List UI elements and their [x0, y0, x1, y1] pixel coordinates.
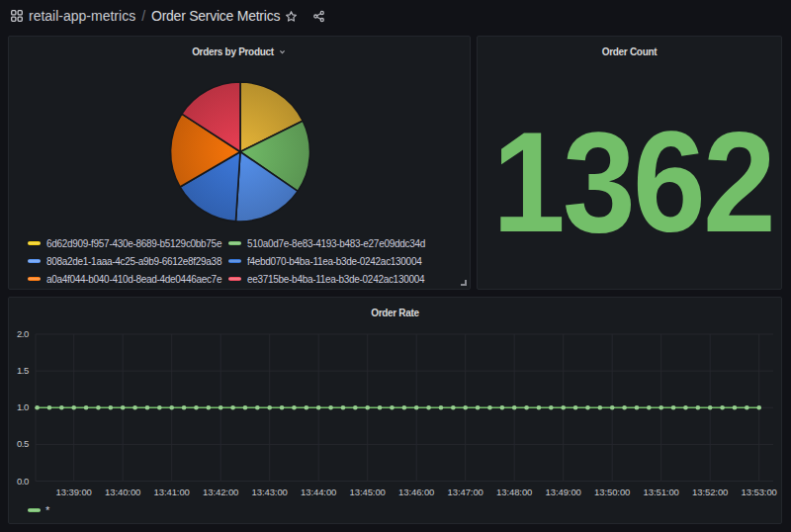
timeseries-chart: 0.00.51.01.52.013:39:0013:40:0013:41:001…	[9, 298, 781, 523]
panel-resize-handle[interactable]	[461, 280, 467, 286]
panel-menu-order-rate[interactable]: Order Rate	[9, 298, 781, 325]
x-axis-label: 13:53:00	[742, 487, 777, 497]
x-axis-label: 13:47:00	[448, 487, 483, 497]
pie-legend-item[interactable]: f4ebd070-b4ba-11ea-b3de-0242ac130004	[228, 252, 463, 270]
x-axis-label: 13:45:00	[350, 487, 386, 497]
panel-title: Orders by Product	[192, 44, 274, 57]
star-icon[interactable]	[285, 10, 298, 23]
x-axis-label: 13:41:00	[154, 487, 190, 497]
series-color-swatch	[28, 508, 41, 512]
series-name: 6d62d909-f957-430e-8689-b5129c0bb75e	[46, 238, 221, 249]
x-axis-label: 13:52:00	[692, 487, 728, 497]
pie-legend: 6d62d909-f957-430e-8689-b5129c0bb75e510a…	[28, 234, 463, 288]
x-axis-label: 13:42:00	[203, 487, 238, 497]
y-axis-label: 2.0	[17, 328, 29, 339]
x-axis-label: 13:43:00	[252, 487, 288, 497]
series-color-swatch	[228, 277, 241, 281]
x-axis-label: 13:48:00	[496, 487, 532, 497]
pie-legend-item[interactable]: 510a0d7e-8e83-4193-b483-e27e09ddc34d	[228, 234, 463, 252]
x-axis-label: 13:49:00	[546, 487, 581, 497]
series-color-swatch	[28, 277, 41, 281]
y-axis-label: 1.5	[17, 365, 29, 376]
timeseries-legend-item[interactable]: *	[28, 504, 49, 516]
x-axis-label: 13:46:00	[398, 487, 434, 497]
x-axis-label: 13:44:00	[301, 487, 336, 497]
series-name: ee3715be-b4ba-11ea-b3de-0242ac130004	[247, 274, 424, 285]
panel-order-count: Order Count 1362	[477, 36, 782, 290]
pie-legend-item[interactable]: ee3715be-b4ba-11ea-b3de-0242ac130004	[228, 270, 463, 288]
x-axis-label: 13:50:00	[594, 487, 630, 497]
pie-legend-item[interactable]: a0a4f044-b040-410d-8ead-4de0446aec7e	[28, 270, 228, 288]
x-axis-label: 13:39:00	[56, 487, 92, 497]
breadcrumb-dashboard-title: Order Service Metrics	[151, 8, 280, 24]
series-name: a0a4f044-b040-410d-8ead-4de0446aec7e	[46, 274, 221, 285]
breadcrumb-folder[interactable]: retail-app-metrics	[29, 8, 135, 24]
y-axis-label: 0.0	[17, 476, 29, 487]
stat-value: 1362	[490, 37, 768, 310]
panel-menu-orders-by-product[interactable]: Orders by Product	[9, 37, 470, 64]
series-name: 808a2de1-1aaa-4c25-a9b9-6612e8f29a38	[46, 256, 221, 267]
pie-legend-item[interactable]: 808a2de1-1aaa-4c25-a9b9-6612e8f29a38	[28, 252, 228, 270]
series-name: f4ebd070-b4ba-11ea-b3de-0242ac130004	[247, 256, 421, 267]
series-name: *	[45, 504, 49, 516]
x-axis-label: 13:51:00	[644, 487, 679, 497]
series-color-swatch	[28, 259, 41, 263]
panel-orders-by-product: Orders by Product 6d62d909-f957-430e-868…	[8, 36, 471, 290]
share-icon[interactable]	[312, 10, 325, 23]
series-color-swatch	[228, 259, 241, 263]
series-color-swatch	[28, 241, 41, 245]
series-color-swatch	[228, 241, 241, 245]
apps-grid-icon[interactable]	[11, 10, 23, 22]
y-axis-label: 1.0	[17, 401, 29, 412]
breadcrumb-separator: /	[141, 8, 145, 24]
panel-title: Order Rate	[371, 306, 419, 318]
chevron-down-icon	[278, 46, 287, 55]
series-name: 510a0d7e-8e83-4193-b483-e27e09ddc34d	[247, 238, 425, 249]
dashboard-toolbar: retail-app-metrics / Order Service Metri…	[0, 0, 791, 32]
panel-order-rate: 0.00.51.01.52.013:39:0013:40:0013:41:001…	[8, 297, 782, 524]
x-axis-label: 13:40:00	[105, 487, 140, 497]
pie-legend-item[interactable]: 6d62d909-f957-430e-8689-b5129c0bb75e	[28, 234, 228, 252]
y-axis-label: 0.5	[17, 438, 29, 449]
